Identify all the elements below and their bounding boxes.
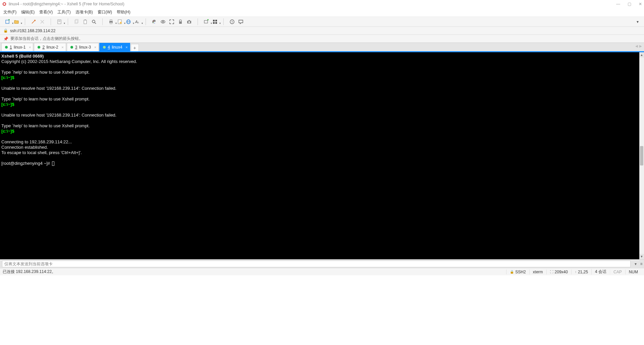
hint-text: 要添加当前会话，点击左侧的箭头按钮。 (10, 36, 83, 42)
tab-next-button[interactable]: ▶ (639, 44, 642, 48)
encoding-button[interactable] (125, 18, 132, 25)
svg-point-18 (120, 22, 122, 24)
svg-point-25 (153, 22, 154, 23)
svg-rect-2 (6, 20, 9, 23)
menu-edit[interactable]: 编辑(E) (21, 9, 35, 15)
toolbar-separator (223, 18, 224, 25)
scroll-down-icon[interactable]: ▼ (639, 254, 644, 259)
new-window-button[interactable] (203, 18, 210, 25)
toolbar-separator (25, 18, 25, 25)
svg-rect-36 (213, 20, 215, 21)
tab-bar: 1 linux-1 × 2 linux-2 × 3 linux-3 × 4 li… (0, 43, 644, 52)
app-icon (2, 2, 7, 6)
svg-rect-11 (85, 19, 86, 20)
status-term-type: xterm (529, 270, 546, 274)
status-capslock: CAP (610, 270, 625, 274)
pin-icon[interactable]: 📌 (3, 37, 8, 41)
address-bar[interactable]: 🔒 ssh://192.168.239.114:22 (0, 27, 644, 35)
menu-bar: 文件(F) 编辑(E) 查看(V) 工具(T) 选项卡(B) 窗口(W) 帮助(… (0, 8, 644, 17)
menu-tools[interactable]: 工具(T) (57, 9, 70, 15)
color-scheme-button[interactable] (151, 18, 158, 25)
menu-file[interactable]: 文件(F) (3, 9, 16, 15)
send-mode-dropdown[interactable]: ▾ (633, 262, 639, 266)
toolbar-overflow-button[interactable]: ▾ (634, 18, 641, 25)
status-cursor-pos: ↕21,25 (571, 270, 591, 274)
session-tab-3[interactable]: 3 linux-3 × (67, 43, 99, 51)
menu-help[interactable]: 帮助(H) (117, 9, 130, 15)
lock-button[interactable] (177, 18, 184, 25)
session-tab-4[interactable]: 4 linux4 × (99, 43, 130, 51)
svg-rect-10 (84, 20, 87, 24)
svg-rect-1 (3, 3, 5, 5)
properties-button[interactable] (56, 18, 63, 25)
help-button[interactable]: ? (228, 18, 236, 25)
tab-prev-button[interactable]: ◀ (635, 44, 638, 48)
maximize-button[interactable]: ▢ (628, 2, 631, 6)
svg-point-24 (153, 21, 154, 21)
status-dot-icon (38, 46, 40, 49)
minimize-button[interactable]: — (616, 2, 620, 6)
status-bar: 已连接 192.168.239.114:22。 🔒SSH2 xterm ⛶209… (0, 268, 644, 275)
close-button[interactable]: ✕ (639, 2, 642, 6)
tab-close-button[interactable]: × (94, 45, 96, 49)
hint-bar: 📌 要添加当前会话，点击左侧的箭头按钮。 (0, 35, 644, 43)
window-title: linux4 - root@dingzhenying4:~ - Xshell 5… (9, 2, 616, 6)
menu-view[interactable]: 查看(V) (39, 9, 53, 15)
svg-rect-16 (110, 22, 112, 24)
new-session-button[interactable] (4, 18, 11, 25)
size-icon: ⛶ (550, 270, 553, 274)
tab-close-button[interactable]: × (125, 45, 127, 49)
session-tab-1[interactable]: 1 linux-1 × (1, 43, 33, 51)
font-button[interactable]: AA (133, 18, 141, 25)
svg-rect-37 (215, 20, 217, 21)
fullscreen-button[interactable] (168, 18, 175, 25)
screenshot-button[interactable] (185, 18, 193, 25)
send-bar: ▾ ≡ (0, 259, 644, 268)
paste-button[interactable] (82, 18, 89, 25)
svg-rect-39 (215, 22, 217, 24)
send-input[interactable] (2, 261, 631, 267)
status-dot-icon (103, 46, 106, 49)
scroll-up-icon[interactable]: ▲ (639, 52, 644, 58)
terminal-area: Xshell 5 (Build 0669) Copyright (c) 2002… (0, 52, 644, 259)
disconnect-button[interactable] (39, 18, 46, 25)
status-size: ⛶209x40 (546, 270, 571, 274)
svg-point-12 (92, 20, 95, 23)
feedback-button[interactable] (237, 18, 245, 25)
status-protocol: 🔒SSH2 (506, 270, 529, 274)
terminal-scrollbar[interactable]: ▲ ▼ (639, 52, 644, 259)
toolbar-separator (102, 18, 103, 25)
toolbar: AA ? ▾ (0, 17, 644, 27)
toolbar-separator (146, 18, 146, 25)
cursor-icon: ↕ (575, 270, 577, 274)
title-bar: linux4 - root@dingzhenying4:~ - Xshell 5… (0, 0, 644, 8)
terminal[interactable]: Xshell 5 (Build 0669) Copyright (c) 2002… (0, 52, 502, 259)
copy-button[interactable] (73, 18, 80, 25)
svg-rect-29 (179, 21, 182, 24)
svg-text:?: ? (231, 20, 233, 24)
session-tab-2[interactable]: 2 linux-2 × (34, 43, 66, 51)
log-button[interactable] (116, 18, 123, 25)
svg-rect-33 (204, 20, 208, 23)
reconnect-button[interactable] (30, 18, 37, 25)
status-sessions: 4 会话 (591, 269, 610, 275)
tab-close-button[interactable]: × (61, 45, 63, 49)
highlight-button[interactable] (159, 18, 167, 25)
status-numlock: NUM (625, 270, 641, 274)
open-session-button[interactable] (13, 18, 20, 25)
svg-point-28 (162, 21, 164, 22)
print-button[interactable] (107, 18, 115, 25)
tab-close-button[interactable]: × (29, 45, 31, 49)
menu-tabs[interactable]: 选项卡(B) (75, 9, 93, 15)
find-button[interactable] (90, 18, 98, 25)
status-dot-icon (70, 46, 73, 49)
new-tab-button[interactable]: + (131, 44, 139, 51)
menu-window[interactable]: 窗口(W) (98, 9, 112, 15)
send-menu-button[interactable]: ≡ (639, 262, 644, 266)
status-dot-icon (5, 46, 8, 49)
status-connection: 已连接 192.168.239.114:22。 (3, 269, 506, 275)
scroll-thumb[interactable] (640, 146, 643, 165)
svg-rect-15 (110, 20, 112, 21)
toolbar-separator (51, 18, 51, 25)
tile-button[interactable] (211, 18, 219, 25)
